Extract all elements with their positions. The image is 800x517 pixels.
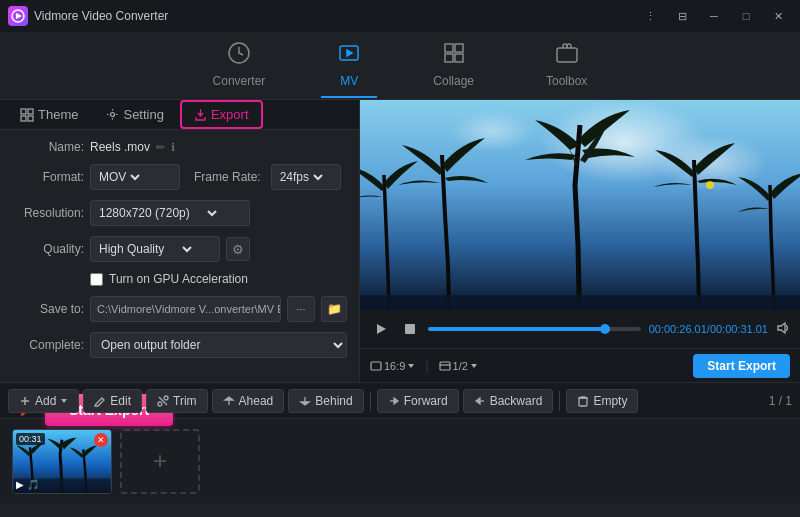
clip-chevron-icon bbox=[470, 362, 478, 370]
svg-marker-25 bbox=[61, 399, 67, 403]
preview-start-export-button[interactable]: Start Export bbox=[693, 354, 790, 378]
forward-button[interactable]: Forward bbox=[377, 389, 459, 413]
info-icon[interactable]: ℹ bbox=[171, 141, 175, 154]
sub-tab-export[interactable]: Export bbox=[180, 100, 263, 129]
format-select-input[interactable]: MOV MP4 AVI bbox=[95, 169, 143, 185]
svg-line-26 bbox=[159, 397, 167, 405]
add-button[interactable]: Add bbox=[8, 389, 79, 413]
folder-button[interactable]: 📁 bbox=[321, 296, 347, 322]
ahead-icon bbox=[223, 395, 235, 407]
svg-marker-30 bbox=[225, 397, 233, 400]
setting-icon bbox=[106, 108, 119, 121]
titlebar-left: Vidmore Video Converter bbox=[8, 6, 168, 26]
edit-icon[interactable]: ✏ bbox=[156, 141, 165, 154]
titlebar-controls: ⋮ ⊟ ─ □ ✕ bbox=[636, 6, 792, 26]
quality-select[interactable]: High Quality Normal Quality bbox=[90, 236, 220, 262]
left-panel: Theme Setting Export Name: Reels .mov ✏ … bbox=[0, 100, 360, 382]
clip-icon bbox=[439, 360, 451, 372]
svg-marker-22 bbox=[471, 364, 477, 368]
maximize-button[interactable]: □ bbox=[732, 6, 760, 26]
toolbox-icon bbox=[555, 41, 579, 70]
tab-converter-label: Converter bbox=[213, 74, 266, 88]
gpu-checkbox[interactable] bbox=[90, 273, 103, 286]
svg-marker-17 bbox=[377, 324, 386, 334]
backward-icon bbox=[474, 395, 486, 407]
progress-bar[interactable] bbox=[428, 327, 641, 331]
backward-button[interactable]: Backward bbox=[463, 389, 554, 413]
quality-select-input[interactable]: High Quality Normal Quality bbox=[95, 241, 195, 257]
svg-marker-4 bbox=[347, 50, 352, 56]
svg-marker-33 bbox=[394, 398, 398, 404]
right-panel: 00:00:26.01/00:00:31.01 16:9 | 1/2 Start… bbox=[360, 100, 800, 382]
clip-separator: | bbox=[425, 359, 428, 373]
resolution-label: Resolution: bbox=[12, 206, 84, 220]
sub-tabs: Theme Setting Export bbox=[0, 100, 359, 130]
clip-count: 1/2 bbox=[439, 360, 478, 372]
converter-icon bbox=[227, 41, 251, 70]
edit-button[interactable]: Edit bbox=[83, 389, 142, 413]
framerate-select-input[interactable]: 24fps 30fps 60fps bbox=[276, 169, 326, 185]
svg-rect-10 bbox=[21, 109, 26, 114]
collage-icon bbox=[442, 41, 466, 70]
time-display: 00:00:26.01/00:00:31.01 bbox=[649, 323, 768, 335]
tab-mv[interactable]: MV bbox=[321, 33, 377, 98]
toolbar-separator-1 bbox=[370, 391, 371, 411]
theme-icon bbox=[20, 108, 34, 122]
tab-converter[interactable]: Converter bbox=[197, 33, 282, 98]
stop-button[interactable] bbox=[400, 321, 420, 337]
resolution-select-input[interactable]: 1280x720 (720p) 1920x1080 (1080p) bbox=[95, 205, 220, 221]
svg-rect-19 bbox=[371, 362, 381, 370]
add-clip-button[interactable]: + bbox=[120, 429, 200, 494]
svg-rect-5 bbox=[445, 44, 453, 52]
volume-button[interactable] bbox=[776, 321, 790, 338]
svg-point-27 bbox=[158, 402, 162, 406]
clip-audio-icon: 🎵 bbox=[27, 479, 39, 490]
main-content: Theme Setting Export Name: Reels .mov ✏ … bbox=[0, 100, 800, 382]
app-icon bbox=[8, 6, 28, 26]
app-title: Vidmore Video Converter bbox=[34, 9, 168, 23]
restore-button[interactable]: ⊟ bbox=[668, 6, 696, 26]
options-button[interactable]: ⋮ bbox=[636, 6, 664, 26]
svg-rect-21 bbox=[440, 362, 450, 370]
svg-rect-12 bbox=[21, 116, 26, 121]
clip-item-1: 00:31 ▶ 🎵 ✕ bbox=[12, 429, 112, 494]
sub-tab-export-label: Export bbox=[211, 107, 249, 122]
framerate-label: Frame Rate: bbox=[194, 170, 261, 184]
tab-mv-label: MV bbox=[340, 74, 358, 88]
format-select[interactable]: MOV MP4 AVI bbox=[90, 164, 180, 190]
close-button[interactable]: ✕ bbox=[764, 6, 792, 26]
complete-row: Complete: Open output folder Do nothing bbox=[12, 332, 347, 358]
video-secondary-controls: 16:9 | 1/2 Start Export bbox=[360, 348, 800, 382]
ahead-button[interactable]: Ahead bbox=[212, 389, 285, 413]
minimize-button[interactable]: ─ bbox=[700, 6, 728, 26]
clip-duration: 00:31 bbox=[16, 433, 45, 445]
behind-button[interactable]: Behind bbox=[288, 389, 363, 413]
clip-remove-button[interactable]: ✕ bbox=[94, 433, 108, 447]
tab-toolbox[interactable]: Toolbox bbox=[530, 33, 603, 98]
clip-play-icon: ▶ bbox=[16, 479, 24, 490]
svg-rect-13 bbox=[28, 116, 33, 121]
tab-collage[interactable]: Collage bbox=[417, 33, 490, 98]
complete-select[interactable]: Open output folder Do nothing bbox=[90, 332, 347, 358]
quality-label: Quality: bbox=[12, 242, 84, 256]
svg-rect-35 bbox=[579, 398, 587, 406]
aspect-chevron-icon bbox=[407, 362, 415, 370]
framerate-select[interactable]: 24fps 30fps 60fps bbox=[271, 164, 341, 190]
behind-icon bbox=[299, 395, 311, 407]
quality-settings-button[interactable]: ⚙ bbox=[226, 237, 250, 261]
sub-tab-setting-label: Setting bbox=[123, 107, 163, 122]
trim-button[interactable]: Trim bbox=[146, 389, 208, 413]
tab-collage-label: Collage bbox=[433, 74, 474, 88]
sub-tab-theme[interactable]: Theme bbox=[8, 102, 90, 127]
path-dots-button[interactable]: ··· bbox=[287, 296, 315, 322]
format-row: Format: MOV MP4 AVI Frame Rate: 24fps 30… bbox=[12, 164, 347, 190]
resolution-select[interactable]: 1280x720 (720p) 1920x1080 (1080p) bbox=[90, 200, 250, 226]
empty-button[interactable]: Empty bbox=[566, 389, 638, 413]
play-button[interactable] bbox=[370, 320, 392, 338]
aspect-ratio: 16:9 bbox=[370, 360, 415, 372]
name-label: Name: bbox=[12, 140, 84, 154]
svg-marker-1 bbox=[16, 13, 22, 19]
sub-tab-setting[interactable]: Setting bbox=[94, 102, 175, 127]
edit-icon bbox=[94, 395, 106, 407]
toolbar-separator-2 bbox=[559, 391, 560, 411]
